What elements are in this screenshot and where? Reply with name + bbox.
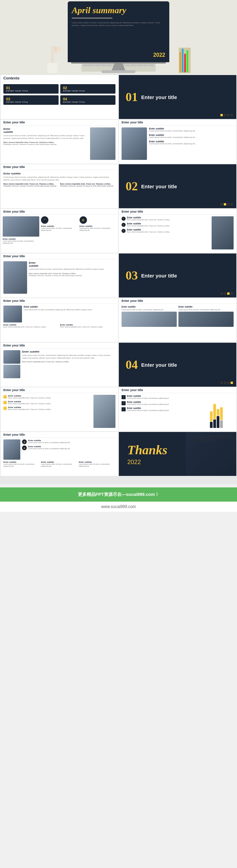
slide-01-title: 01 Enter your title: [119, 75, 236, 119]
phone-content: ● Enter subtitle Lorem ipsum dolor sit a…: [22, 439, 115, 460]
col-img: Enter subtitle Lorem ipsum dolor sit ame…: [3, 216, 39, 249]
person-imgs: [3, 350, 20, 383]
hero-year: 2022: [72, 52, 165, 58]
slide-person-text-header: Enter your title: [1, 343, 118, 348]
slide-2col-imgs-body: Enter subtitle Lorem ipsum dolor sit ame…: [119, 304, 236, 340]
slide-3imgs-header: Enter your title: [1, 432, 118, 438]
list-row-2: ✓ Enter subtitle Nunc viverra imperdiet …: [122, 222, 210, 227]
slide-img-2: [122, 127, 147, 160]
enter-text-cols: Entersubtitle: [29, 261, 115, 267]
chevron-icon-3: ›: [122, 407, 126, 411]
footer-url-text: www.sucai999.com: [101, 504, 136, 509]
slide-large-text-content: Entersubtitle Lorem ipsum dolor sit amet…: [29, 261, 115, 294]
dot-3: [227, 114, 230, 116]
slide-04-title: 04 Enter your title: [119, 343, 236, 387]
two-col-item-1: Enter subtitle Lorem ipsum dolor sit ame…: [122, 306, 177, 339]
icon-list: Enter subtitle Nunc viverra imperdiet en…: [3, 395, 92, 428]
dot-1: [220, 114, 223, 116]
icon-circle-1: ✓: [122, 217, 126, 221]
slide-barchart: Enter your title › Enter subtitle Lorem …: [119, 387, 236, 431]
slide-01-inner: 01 Enter your title: [119, 75, 236, 119]
slide-subtitle-content-header: Enter your title: [1, 164, 118, 170]
slide-04-number: 04: [126, 358, 138, 372]
info-2: Nunc viverra imperdiet enim. Fusce est. …: [60, 183, 116, 187]
footer-banner[interactable]: 更多精品PPT资源尽在—sucai999.com！: [0, 487, 237, 502]
bars: [210, 408, 234, 428]
bar-y3: [217, 409, 219, 416]
btm-2: Enter subtitle Nunc viverra imperdiet en…: [60, 324, 116, 328]
slide-icon-3col-header: Enter your title: [1, 209, 118, 215]
phone-img-row: ● Enter subtitle Lorem ipsum dolor sit a…: [3, 439, 115, 460]
row-5: Enter your title Entersubtitle Lorem ips…: [1, 254, 236, 297]
slide-icon-list-img-header: Enter your title: [1, 387, 118, 393]
slide-person-text: Enter your title Enter subtitle Lorem ip…: [1, 343, 118, 387]
slide-3imgs-body: ● Enter subtitle Lorem ipsum dolor sit a…: [1, 438, 118, 474]
row-6: Enter your title Enter subtitle Lorem ip…: [1, 298, 236, 342]
contents-item-03-label: ENTER YOUR TITLE: [6, 101, 56, 103]
btm-1: Enter subtitle Nunc viverra imperdiet en…: [3, 324, 59, 328]
icon-rect-3: [3, 407, 7, 410]
slide-03-title-text: Enter your title: [141, 273, 177, 279]
dot-4: [231, 114, 233, 116]
person-text: Enter subtitle Lorem ipsum dolor sit ame…: [22, 350, 115, 383]
slide-large-text: Enter your title Entersubtitle Lorem ips…: [1, 254, 118, 297]
bar-y4: [220, 407, 223, 420]
slide-subtitle-list-1-title: Enter your title: [122, 121, 143, 124]
subtitle-items: Enter subtitle Lorem ipsum dolor sit ame…: [149, 127, 234, 160]
slide-03-title: 03 Enter your title: [119, 254, 236, 297]
three-col: Enter subtitle Lorem ipsum dolor sit ame…: [3, 216, 116, 249]
subtitle-main: Enter subtitle: [3, 172, 115, 175]
slide-text-img-1-header: Enter your title: [1, 120, 118, 125]
contents-header: Contents: [1, 75, 118, 81]
slide-text-img-1-text: Entersubtitle Lorem ipsum dolor sit amet…: [3, 127, 88, 160]
slide-img-3: [212, 216, 234, 249]
slide-subtitle-img-right-body: ✓ Enter subtitle Nunc viverra imperdiet …: [119, 215, 236, 251]
row-1: Contents 01 ENTER YOUR TITLE 02 ENTER YO…: [1, 75, 236, 119]
bottom-grid: Enter subtitle Nunc viverra imperdiet en…: [3, 324, 115, 328]
col-text-2: ⚙ Enter subtitle Lorem ipsum dolor sit a…: [80, 216, 116, 249]
contents-item-03: 03 ENTER YOUR TITLE: [3, 95, 59, 105]
phone-item-2: ● Enter subtitle Lorem ipsum dolor sit a…: [22, 445, 115, 450]
slide-02-number: 02: [126, 179, 138, 193]
thanks-bg-texture: [186, 432, 236, 476]
slide-thanks: Thanks 2022: [119, 432, 236, 476]
img-top-1: [3, 306, 22, 322]
img-right-4: [93, 395, 115, 428]
row-9: Enter your title ● Enter subtitle: [1, 432, 236, 476]
bar-chart-visual: [210, 395, 234, 428]
slide-icon-3col-body: Enter subtitle Lorem ipsum dolor sit ame…: [1, 215, 118, 251]
slide-01-title-text: Enter your title: [141, 94, 177, 100]
lorem-text-2: Lorem ipsum dolor sit amet, consectetuer…: [3, 176, 115, 181]
slide-subtitle-list-1-header: Enter your title: [119, 120, 236, 125]
list-row-3: ✓ Enter subtitle Nunc viverra imperdiet …: [122, 228, 210, 233]
slide-icon-list-img: Enter your title Enter subtitle Nunc viv…: [1, 387, 118, 431]
footer-url[interactable]: www.sucai999.com: [0, 502, 237, 512]
slide-2col-imgs: Enter your title Enter subtitle Lorem ip…: [119, 298, 236, 342]
contents-grid: 01 ENTER YOUR TITLE 02 ENTER YOUR TITLE …: [3, 84, 115, 105]
slide-04-dots: [220, 382, 233, 384]
icon-item-2: Enter subtitle Nunc viverra imperdiet en…: [3, 401, 92, 405]
slide-subtitle-list-1-body: Enter subtitle Lorem ipsum dolor sit ame…: [119, 125, 236, 162]
list-text-2: Enter subtitle Nunc viverra imperdiet en…: [127, 222, 170, 227]
slide-large-text-body: Entersubtitle Lorem ipsum dolor sit amet…: [1, 259, 118, 296]
info-grid: Nunc viverra imperdiet enim. Fusce est. …: [3, 183, 115, 187]
icon-circle-3: ✓: [122, 229, 126, 233]
slide-02-title: 02 Enter your title: [119, 164, 236, 208]
list-row-1: ✓ Enter subtitle Nunc viverra imperdiet …: [122, 216, 210, 221]
slide-text-img-1-title: Enter your title: [3, 121, 25, 124]
row-4: Enter your title Enter subtitle Lorem ip…: [1, 209, 236, 253]
barchart-item-1: › Enter subtitle Lorem ipsum dolor sit a…: [122, 395, 208, 399]
slide-04-title-text: Enter your title: [141, 362, 177, 368]
list-text-1: Enter subtitle Nunc viverra imperdiet en…: [127, 216, 170, 221]
slide-icon-3col: Enter your title Enter subtitle Lorem ip…: [1, 209, 118, 253]
phone-item-1: ● Enter subtitle Lorem ipsum dolor sit a…: [22, 439, 115, 444]
icon-circle-2: ✓: [122, 223, 126, 227]
icon-rect-1: [3, 395, 7, 399]
text-top: Enter subtitle Lorem ipsum dolor sit ame…: [24, 306, 115, 322]
slide-barchart-body: › Enter subtitle Lorem ipsum dolor sit a…: [119, 393, 236, 430]
slide-02-inner: 02 Enter your title: [119, 164, 236, 208]
slide-01-number: 01: [126, 90, 138, 104]
contents-item-01: 01 ENTER YOUR TITLE: [3, 84, 59, 94]
thanks-inner: Thanks 2022: [119, 432, 236, 476]
subtitle-item-2: Enter subtitle Lorem ipsum dolor sit ame…: [149, 134, 234, 139]
